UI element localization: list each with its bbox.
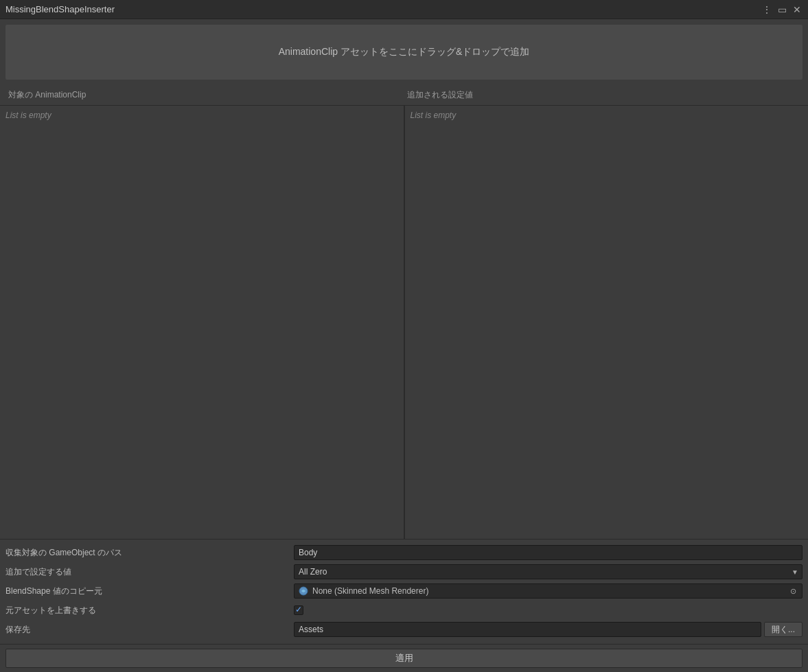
blendshape-object-text: None (Skinned Mesh Renderer) [312, 586, 784, 596]
menu-button[interactable]: ⋮ [761, 4, 772, 15]
drop-zone-text: AnimationClip アセットをここにドラッグ&ドロップで追加 [279, 46, 530, 58]
blendshape-field-value: None (Skinned Mesh Renderer) ⊙ [294, 583, 803, 599]
window: MissingBlendShapeInserter ⋮ ▭ ✕ Animatio… [0, 0, 808, 672]
value-label: 追加で設定する値 [5, 566, 294, 578]
right-empty-text: List is empty [411, 111, 457, 120]
left-empty-text: List is empty [5, 111, 51, 120]
apply-button[interactable]: 適用 [5, 649, 803, 668]
overwrite-row: 元アセットを上書きする [5, 601, 803, 619]
bottom-section: 収集対象の GameObject のパス 追加で設定する値 All Zero A… [0, 539, 808, 644]
value-dropdown[interactable]: All Zero All One Keep Current [294, 564, 803, 579]
save-input[interactable] [294, 622, 761, 637]
overwrite-checkbox-wrapper [294, 603, 803, 618]
gameobject-label: 収集対象の GameObject のパス [5, 547, 294, 559]
right-column-panel: List is empty [405, 106, 809, 539]
title-bar: MissingBlendShapeInserter ⋮ ▭ ✕ [0, 0, 808, 19]
value-dropdown-wrapper: All Zero All One Keep Current ▼ [294, 564, 803, 579]
open-button[interactable]: 開く... [764, 622, 803, 637]
left-column-panel: List is empty [0, 106, 404, 539]
blendshape-row: BlendShape 値のコピー元 None (Skinned Mesh Ren… [5, 582, 803, 600]
window-title: MissingBlendShapeInserter [5, 4, 115, 14]
close-button[interactable]: ✕ [792, 4, 803, 15]
save-field-group: 開く... [294, 622, 803, 637]
left-column-header: 対象の AnimationClip [5, 88, 404, 102]
save-label: 保存先 [5, 624, 294, 636]
apply-bar: 適用 [0, 644, 808, 672]
overwrite-checkbox[interactable] [294, 605, 303, 615]
gameobject-row: 収集対象の GameObject のパス [5, 544, 803, 561]
blendshape-object-field: None (Skinned Mesh Renderer) ⊙ [294, 583, 803, 599]
maximize-button[interactable]: ▭ [776, 4, 787, 15]
blendshape-label: BlendShape 値のコピー元 [5, 586, 294, 597]
blendshape-pick-button[interactable]: ⊙ [788, 586, 798, 596]
right-column-header: 追加される設定値 [404, 88, 803, 102]
columns-content: List is empty List is empty [0, 106, 808, 539]
overwrite-label: 元アセットを上書きする [5, 605, 294, 616]
title-bar-buttons: ⋮ ▭ ✕ [761, 4, 803, 15]
gameobject-field-value [294, 545, 803, 560]
columns-header: 対象の AnimationClip 追加される設定値 [0, 85, 808, 106]
value-row: 追加で設定する値 All Zero All One Keep Current ▼ [5, 563, 803, 581]
gameobject-input[interactable] [294, 545, 803, 560]
save-row: 保存先 開く... [5, 621, 803, 638]
skinned-mesh-icon [299, 586, 308, 596]
animation-clip-drop-zone[interactable]: AnimationClip アセットをここにドラッグ&ドロップで追加 [5, 25, 803, 80]
